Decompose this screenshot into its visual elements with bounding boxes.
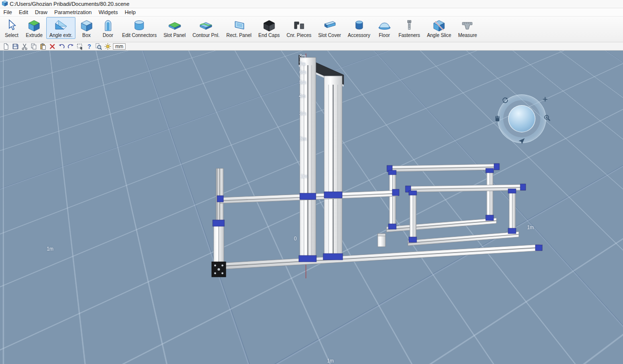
tool-measure[interactable]: Measure [455,17,480,39]
render-icon[interactable] [104,43,111,50]
base-front-beam [212,244,542,277]
slot-cover-icon [322,18,337,33]
tool-label: Measure [458,33,477,38]
help-icon[interactable]: ? [85,43,93,50]
portal-frame [299,55,344,262]
tool-angle-extrude[interactable]: Angle extr. [46,17,75,39]
connector [388,170,396,175]
contour-panel-icon [199,18,213,33]
tool-door[interactable]: Door [98,17,118,39]
connector [409,237,417,242]
tool-slot-cover[interactable]: Slot Cover [315,17,344,39]
tool-label: Slot Panel [164,33,186,38]
connectors-icon [132,18,147,33]
left-posts [213,168,224,265]
orbit-rotate-icon[interactable] [501,96,509,104]
tool-select[interactable]: Select [1,17,22,39]
menu-widgets[interactable]: Widgets [95,9,121,16]
connector [508,189,516,193]
tool-label: End Caps [258,33,280,38]
center-stub [378,234,385,247]
pan-hand-icon[interactable] [494,115,501,123]
accessory-icon [352,18,366,33]
connector [409,191,417,195]
fasteners-icon [402,18,417,33]
tool-angle-slice[interactable]: Angle Slice [424,17,454,39]
rect-panel-icon [232,18,246,33]
corner-pieces-icon [292,18,306,33]
floor-icon [377,18,392,33]
menu-edit[interactable]: Edit [16,9,32,16]
viewport-3d[interactable]: 8m 7m 6m 5m 4m 3m 2m 1m 0 1m 1m 1m [0,51,623,364]
cut-icon[interactable] [20,43,28,50]
tool-label: Door [103,33,113,38]
zoom-document-icon[interactable] [94,43,102,50]
tool-label: Contour Pnl. [192,33,220,38]
tool-label: Floor [379,33,390,38]
tool-corner-pieces[interactable]: Cnr. Pieces [284,17,314,39]
tool-label: Accessory [348,33,370,38]
end-caps-icon [262,18,276,33]
tool-label: Angle extr. [49,33,72,38]
quick-access-bar: ? mm [0,42,623,51]
zoom-extents-icon[interactable] [541,95,549,103]
tool-box[interactable]: Box [76,17,97,39]
right-frame [386,164,526,246]
region-select-icon[interactable] [76,43,84,50]
connector [508,228,516,234]
app-icon [2,0,8,7]
tool-end-caps[interactable]: End Caps [256,17,283,39]
tool-label: Cnr. Pieces [287,33,312,38]
connector [323,254,343,260]
door-icon [101,18,115,33]
window-title: C:/Users/Ghozian Pribadi/Documents/80.20… [10,1,129,7]
menu-draw[interactable]: Draw [32,9,51,16]
tool-edit-connectors[interactable]: Edit Connectors [119,17,160,39]
unit-field[interactable]: mm [113,43,126,50]
fly-plane-icon[interactable] [518,137,526,145]
tool-label: Slot Cover [318,33,341,38]
paste-icon[interactable] [39,43,47,50]
connector [486,168,494,173]
menu-help[interactable]: Help [121,9,139,16]
tool-extrude[interactable]: Extrude [23,17,45,39]
tool-rect-panel[interactable]: Rect. Panel [223,17,255,39]
connector [300,193,316,200]
angle-slice-icon [432,18,446,33]
connector [392,189,399,196]
undo-icon[interactable] [57,43,65,50]
extrude-box-icon [27,18,41,33]
connector [535,245,542,251]
tool-bar: Select Extrude Angle extr. [0,17,623,42]
new-file-icon[interactable] [2,43,10,50]
zoom-icon[interactable] [543,114,551,122]
slot-panel-icon [167,18,182,33]
connector [486,215,494,220]
box-icon [79,18,94,33]
connector [324,192,342,198]
navigation-widget[interactable] [491,91,553,148]
connector [217,196,223,202]
tool-fasteners[interactable]: Fasteners [396,17,423,39]
tool-floor[interactable]: Floor [374,17,395,39]
tool-contour-panel[interactable]: Contour Pnl. [189,17,222,39]
title-bar: C:/Users/Ghozian Pribadi/Documents/80.20… [0,0,623,8]
tool-label: Rect. Panel [226,33,252,38]
copy-icon[interactable] [30,43,37,50]
measure-icon [460,18,475,33]
save-icon[interactable] [11,43,19,50]
delete-icon[interactable] [48,43,56,50]
connector [494,164,499,170]
cursor-icon [4,18,19,33]
tool-label: Box [82,33,91,38]
menu-parametrization[interactable]: Parametrization [51,9,95,16]
connector [213,220,224,226]
tool-label: Extrude [26,33,42,38]
connector [388,224,396,229]
redo-icon[interactable] [67,43,74,50]
tool-accessory[interactable]: Accessory [345,17,373,39]
orbit-sphere[interactable] [508,105,535,132]
menu-file[interactable]: File [0,9,16,16]
tool-slot-panel[interactable]: Slot Panel [161,17,189,39]
tool-label: Angle Slice [427,33,451,38]
